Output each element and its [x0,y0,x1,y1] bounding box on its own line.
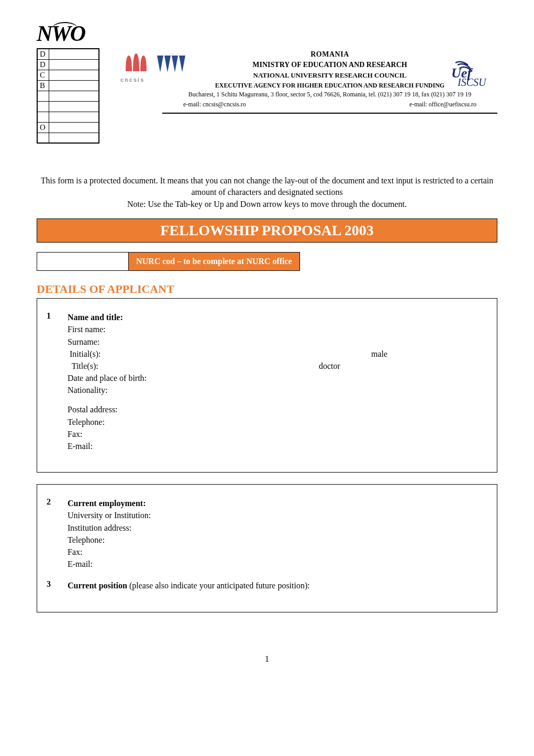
section-number-1: 1 [47,311,68,321]
university-label: University or Institution: [68,509,487,521]
section-title-applicant: DETAILS OF APPLICANT [37,282,497,296]
section-number-3: 3 [47,579,68,589]
code-cell-blank [49,80,99,91]
current-position-note: (please also indicate your anticipated f… [129,581,310,590]
header-address: Bucharest, 1 Schitu Magureanu, 3 floor, … [162,91,497,98]
code-cell-blank [49,122,99,133]
code-cell [37,91,49,101]
code-cell: D [37,49,49,59]
employment-email-label: E-mail: [68,558,487,570]
title-value[interactable]: doctor [319,360,371,372]
header-ministry: MINISTRY OF EDUCATION AND RESEARCH [162,61,497,69]
notice-line-1: This form is a protected document. It me… [37,175,497,199]
code-cell: B [37,80,49,91]
header-email-left: e-mail: cncsis@cncsis.ro [183,101,246,108]
code-table: D D C B O [37,48,99,144]
code-cell: O [37,122,49,133]
email-label: E-mail: [68,440,487,452]
header-agency: EXECUTIVE AGENCY FOR HIGHER EDUCATION AN… [162,82,497,90]
nurc-code-row: NURC cod – to be complete at NURC office [37,252,497,271]
gender-value[interactable]: male [371,348,387,360]
page-number: 1 [37,654,497,664]
current-employment-heading: Current employment: [68,499,146,508]
nwo-logo-text: NWO [37,21,85,46]
title-label: Title(s): [68,360,319,372]
header-council: NATIONAL UNIVERSITY RESEARCH COUNCIL [162,71,497,80]
document-header: NWO D D C B O [37,21,497,144]
applicant-details-box: 1 Name and title: First name: Surname: I… [37,298,497,473]
institution-address-label: Institution address: [68,522,487,534]
header-email-right: e-mail: office@uefiscsu.ro [409,101,476,108]
code-cell [37,101,49,112]
code-cell-blank [49,133,99,143]
current-position-heading: Current position [68,581,129,590]
code-cell-blank [49,91,99,101]
employment-box: 2 Current employment: University or Inst… [37,484,497,612]
cncsis-red-icon [120,50,152,72]
header-romania: ROMANIA [162,50,497,59]
code-cell: C [37,70,49,80]
initials-label: Initial(s): [68,348,371,360]
code-cell-blank [49,49,99,59]
dob-label: Date and place of birth: [68,372,487,384]
code-cell-blank [49,112,99,122]
notice-line-2: Note: Use the Tab-key or Up and Down arr… [37,199,497,210]
surname-label: Surname: [68,336,487,348]
header-divider [162,113,497,114]
code-cell-blank [49,101,99,112]
protected-document-notice: This form is a protected document. It me… [37,175,497,210]
nurc-code-label: NURC cod – to be complete at NURC office [128,252,300,271]
name-title-heading: Name and title: [68,313,123,322]
code-cell: D [37,59,49,70]
code-cell [37,112,49,122]
nationality-label: Nationality: [68,384,487,396]
code-cell-blank [49,70,99,80]
employment-fax-label: Fax: [68,546,487,558]
postal-address-label: Postal address: [68,403,487,415]
section-number-2: 2 [47,497,68,507]
header-text-block: ROMANIA MINISTRY OF EDUCATION AND RESEAR… [162,50,497,114]
first-name-label: First name: [68,323,487,335]
fellowship-proposal-title: FELLOWSHIP PROPOSAL 2003 [37,218,497,243]
code-cell [37,133,49,143]
nwo-logo: NWO [37,21,497,46]
employment-telephone-label: Telephone: [68,534,487,546]
code-cell-blank [49,59,99,70]
fax-label: Fax: [68,428,487,440]
nurc-code-input-box[interactable] [37,252,128,271]
telephone-label: Telephone: [68,416,487,428]
